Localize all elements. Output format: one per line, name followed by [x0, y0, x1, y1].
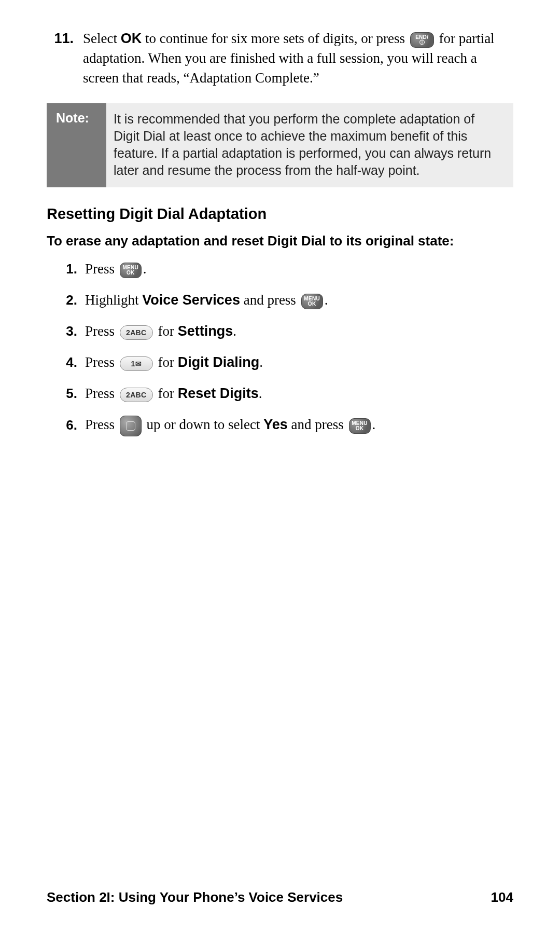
s3-a: Press — [85, 323, 118, 339]
s3-bold: Settings — [178, 323, 233, 339]
note-block: Note: It is recommended that you perform… — [47, 103, 513, 187]
s2-c: . — [325, 292, 328, 308]
s6-d: . — [372, 417, 376, 432]
reset-step-2-num: 2. — [64, 292, 85, 308]
steps-list: 1. Press MENU OK. 2. Highlight Voice Ser… — [47, 258, 513, 436]
s6-bold: Yes — [263, 417, 288, 432]
s4-c: . — [259, 354, 263, 370]
nav-key-icon — [120, 416, 142, 436]
s1-a: Press — [85, 261, 118, 277]
s6-c: and press — [288, 417, 347, 432]
reset-step-3: 3. Press 2ABC for Settings. — [64, 321, 513, 341]
s4-b: for — [155, 354, 178, 370]
reset-step-1: 1. Press MENU OK. — [64, 258, 513, 279]
s5-a: Press — [85, 386, 118, 401]
s4-bold: Digit Dialing — [178, 354, 260, 370]
s1-b: . — [143, 261, 147, 277]
reset-step-2: 2. Highlight Voice Services and press ME… — [64, 290, 513, 310]
s2-a: Highlight — [85, 292, 142, 308]
reset-step-1-text: Press MENU OK. — [85, 258, 147, 279]
s2-bold: Voice Services — [142, 292, 240, 308]
reset-step-5-text: Press 2ABC for Reset Digits. — [85, 383, 262, 404]
reset-step-6-text: Press up or down to select Yes and press… — [85, 414, 375, 436]
reset-step-3-num: 3. — [64, 323, 85, 339]
reset-step-2-text: Highlight Voice Services and press MENU … — [85, 290, 328, 310]
key-2abc-icon: 2ABC — [120, 325, 153, 340]
note-body: It is recommended that you perform the c… — [106, 103, 513, 187]
reset-step-6: 6. Press up or down to select Yes and pr… — [64, 414, 513, 436]
reset-step-4-num: 4. — [64, 354, 85, 370]
reset-step-1-num: 1. — [64, 261, 85, 277]
s5-bold: Reset Digits — [178, 386, 259, 401]
step-11-text-2: to continue for six more sets of digits,… — [142, 31, 408, 46]
step-11-body: Select OK to continue for six more sets … — [83, 29, 513, 88]
step-11-text-1: Select — [83, 31, 121, 46]
reset-step-4-text: Press 1✉ for Digit Dialing. — [85, 352, 263, 373]
reset-step-6-num: 6. — [64, 417, 85, 433]
reset-step-5: 5. Press 2ABC for Reset Digits. — [64, 383, 513, 404]
s4-a: Press — [85, 354, 118, 370]
intro-line: To erase any adaptation and reset Digit … — [47, 233, 513, 249]
s6-a: Press — [85, 417, 118, 432]
menu-ok-key-icon: MENU OK — [120, 263, 142, 278]
reset-step-3-text: Press 2ABC for Settings. — [85, 321, 236, 341]
page: 11. Select OK to continue for six more s… — [0, 0, 560, 934]
s2-b: and press — [240, 292, 300, 308]
footer-section: Section 2I: Using Your Phone’s Voice Ser… — [47, 889, 343, 905]
reset-step-4: 4. Press 1✉ for Digit Dialing. — [64, 352, 513, 373]
key-2abc-icon: 2ABC — [120, 388, 153, 402]
s6-b: up or down to select — [143, 417, 263, 432]
end-key-icon: END/ⓘ — [410, 32, 434, 48]
key-1-icon: 1✉ — [120, 356, 153, 371]
footer-page-number: 104 — [491, 889, 513, 905]
s3-c: . — [233, 323, 236, 339]
page-footer: Section 2I: Using Your Phone’s Voice Ser… — [47, 889, 513, 905]
s3-b: for — [155, 323, 178, 339]
s5-c: . — [259, 386, 262, 401]
step-11-ok: OK — [121, 31, 142, 46]
reset-step-5-num: 5. — [64, 386, 85, 402]
step-11: 11. Select OK to continue for six more s… — [47, 29, 513, 88]
step-11-number: 11. — [52, 29, 83, 88]
menu-ok-key-icon: MENU OK — [349, 418, 371, 434]
note-label: Note: — [47, 103, 106, 187]
s5-b: for — [155, 386, 178, 401]
menu-ok-key-icon: MENU OK — [301, 294, 323, 309]
subheading-reset: Resetting Digit Dial Adaptation — [47, 205, 513, 223]
